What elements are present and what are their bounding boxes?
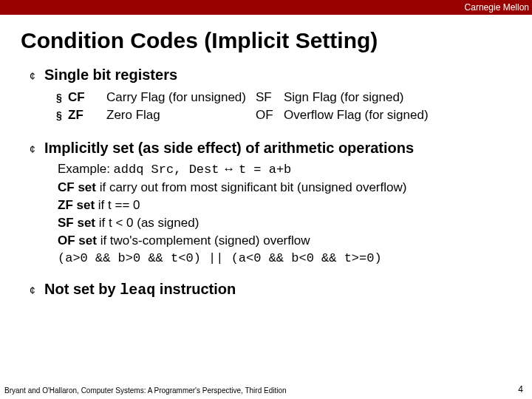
bullet-glyph: ¢ — [30, 143, 44, 155]
slide-title: Condition Codes (Implicit Setting) — [21, 28, 532, 53]
org-name: Carnegie Mellon — [465, 2, 529, 13]
overflow-condition: (a>0 && b>0 && t<0) || (a<0 && b<0 && t>… — [58, 250, 517, 267]
flag-row-cf: § CF Carry Flag (for unsigned) SF Sign F… — [56, 89, 429, 106]
zf-text: if t == 0 — [95, 198, 140, 212]
bullet-glyph: ¢ — [30, 284, 44, 296]
implicit-body: Example: addq Src, Dest ↔ t = a+b CF set… — [58, 161, 517, 267]
flag-code-cf: CF — [68, 89, 105, 106]
example-label: Example: — [58, 162, 110, 176]
flag-desc-zf: Zero Flag — [106, 107, 254, 123]
bullet-3-pre: Not set by — [44, 281, 120, 297]
bullet-3: ¢ Not set by leaq instruction — [30, 281, 517, 299]
flag-row-zf: § ZF Zero Flag OF Overflow Flag (for sig… — [56, 107, 429, 123]
sf-bold: SF set — [58, 216, 95, 230]
footer-citation: Bryant and O'Hallaron, Computer Systems:… — [4, 386, 525, 395]
bullet-1: ¢ Single bit registers — [30, 66, 517, 83]
sf-line: SF set if t < 0 (as signed) — [58, 215, 517, 232]
cf-bold: CF set — [58, 180, 96, 194]
cf-line: CF set if carry out from most significan… — [58, 180, 517, 197]
bullet-glyph: ¢ — [30, 70, 44, 82]
cf-text: if carry out from most significant bit (… — [96, 180, 406, 194]
example-rhs: t = a+b — [239, 163, 291, 177]
flag-code-of: OF — [256, 107, 282, 123]
of-text: if two's-complement (signed) overflow — [97, 233, 310, 248]
bullet-2-text: Implicitly set (as side effect) of arith… — [44, 140, 414, 157]
zf-line: ZF set if t == 0 — [58, 197, 517, 214]
flag-code-sf: SF — [256, 89, 282, 106]
of-bold: OF set — [58, 233, 97, 248]
flag-desc-sf: Sign Flag (for signed) — [284, 89, 429, 106]
zf-bold: ZF set — [58, 198, 95, 212]
section-mark: § — [56, 89, 66, 106]
of-line: OF set if two's-complement (signed) over… — [58, 233, 517, 250]
content: ¢ Single bit registers § CF Carry Flag (… — [30, 66, 517, 299]
flag-desc-cf: Carry Flag (for unsigned) — [106, 89, 254, 106]
bullet-1-text: Single bit registers — [44, 66, 177, 83]
leaq-code: leaq — [120, 282, 155, 299]
section-mark: § — [56, 107, 66, 123]
org-header: Carnegie Mellon — [0, 0, 532, 15]
flags-table: § CF Carry Flag (for unsigned) SF Sign F… — [55, 88, 430, 125]
bullet-3-text: Not set by leaq instruction — [44, 281, 236, 299]
sf-text: if t < 0 (as signed) — [95, 216, 199, 230]
bullet-3-post: instruction — [155, 281, 236, 297]
example-code: addq Src, Dest — [114, 163, 219, 177]
flag-code-zf: ZF — [68, 107, 105, 123]
bullet-2: ¢ Implicitly set (as side effect) of ari… — [30, 140, 517, 157]
arrow-icon: ↔ — [222, 162, 235, 176]
page-number: 4 — [518, 384, 523, 395]
flag-desc-of: Overflow Flag (for signed) — [284, 107, 429, 123]
example-line: Example: addq Src, Dest ↔ t = a+b — [58, 161, 517, 179]
